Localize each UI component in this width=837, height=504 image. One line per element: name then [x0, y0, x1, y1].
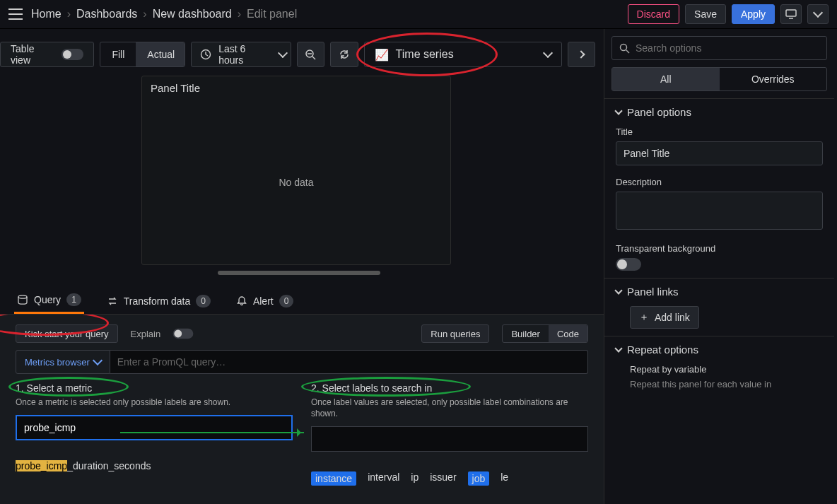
plus-icon	[639, 311, 649, 324]
metric-input[interactable]	[16, 415, 293, 440]
menu-icon[interactable]	[8, 8, 23, 20]
transparent-label: Transparent background	[616, 243, 823, 254]
search-icon	[619, 43, 630, 54]
transparent-toggle[interactable]	[616, 258, 641, 271]
chevron-down-icon	[614, 286, 622, 294]
section-repeat-options[interactable]: Repeat options	[616, 344, 823, 356]
tab-query-badge: 1	[66, 293, 81, 306]
repeat-by-label: Repeat by variable	[630, 364, 823, 375]
label-instance[interactable]: instance	[311, 471, 356, 486]
label-interval[interactable]: interval	[368, 471, 399, 486]
discard-button[interactable]: Discard	[628, 4, 679, 24]
time-range-label: Last 6 hours	[218, 43, 272, 66]
chevron-down-icon[interactable]	[807, 4, 829, 24]
database-icon	[17, 294, 28, 305]
promql-placeholder: Enter a PromQL query…	[117, 356, 226, 368]
promql-input[interactable]: Enter a PromQL query…	[110, 350, 588, 374]
tab-overrides[interactable]: Overrides	[720, 68, 827, 90]
metrics-browser-label: Metrics browser	[25, 357, 90, 368]
run-queries-button[interactable]: Run queries	[421, 324, 489, 343]
labels-list: instance interval ip issuer job le	[311, 471, 588, 486]
kick-start-button[interactable]: Kick start your query	[16, 324, 118, 343]
options-tabs: All Overrides	[611, 67, 827, 91]
title-input[interactable]	[616, 141, 823, 165]
svg-point-7	[621, 44, 627, 50]
crumb-edit-panel: Edit panel	[247, 8, 297, 20]
tab-alert-badge: 0	[279, 295, 294, 307]
expand-panel-icon[interactable]	[568, 42, 595, 67]
description-input[interactable]	[616, 192, 823, 230]
viz-type-label: Time series	[396, 48, 454, 61]
metrics-browser-button[interactable]: Metrics browser	[16, 350, 110, 374]
suggestion-rest: _duration_seconds	[67, 460, 151, 471]
crumb-dashboards[interactable]: Dashboards	[76, 8, 137, 20]
toggle-switch[interactable]	[173, 329, 194, 339]
table-view-label: Table view	[11, 43, 56, 66]
tab-all[interactable]: All	[612, 68, 720, 90]
chevron-down-icon	[614, 344, 622, 352]
fill-actual-group: Fill Actual	[100, 42, 185, 67]
svg-point-6	[18, 295, 27, 298]
step2-title: 2. Select labels to search in	[311, 382, 588, 394]
panel-title: Panel Title	[142, 76, 450, 100]
refresh-icon[interactable]	[330, 42, 358, 67]
step1-desc: Once a metric is selected only possible …	[16, 397, 293, 408]
label-le[interactable]: le	[501, 471, 508, 486]
crumb-home[interactable]: Home	[31, 8, 62, 20]
chevron-down-icon	[542, 48, 552, 58]
viz-type-picker[interactable]: 📈 Time series	[364, 42, 562, 67]
chevron-right-icon: ›	[67, 8, 71, 20]
crumb-new-dashboard[interactable]: New dashboard	[153, 8, 232, 20]
chevron-down-icon	[614, 107, 622, 115]
builder-tab[interactable]: Builder	[503, 325, 548, 342]
add-link-button[interactable]: Add link	[630, 306, 699, 329]
monitor-icon[interactable]	[780, 4, 802, 24]
builder-code-group: Builder Code	[502, 324, 588, 343]
scrollbar[interactable]	[218, 271, 380, 275]
tab-query-label: Query	[34, 294, 61, 305]
label-job[interactable]: job	[468, 471, 490, 486]
chevron-right-icon: ›	[143, 8, 146, 20]
search-options-input[interactable]	[636, 42, 819, 54]
annotation-arrow	[120, 432, 304, 433]
apply-button[interactable]: Apply	[732, 4, 775, 24]
metric-suggestion[interactable]: probe_icmp_duration_seconds	[16, 460, 293, 471]
tab-alert[interactable]: Alert 0	[233, 288, 296, 314]
table-view-toggle[interactable]: Table view	[0, 42, 94, 67]
section-panel-options[interactable]: Panel options	[616, 106, 823, 118]
step1-title: 1. Select a metric	[16, 382, 293, 394]
time-picker[interactable]: Last 6 hours	[191, 42, 291, 67]
code-tab[interactable]: Code	[549, 325, 587, 342]
title-label: Title	[616, 127, 823, 137]
toggle-switch[interactable]	[62, 49, 83, 60]
tab-transform-badge: 0	[196, 295, 211, 307]
label-issuer[interactable]: issuer	[430, 471, 456, 486]
fill-tab[interactable]: Fill	[100, 42, 136, 66]
tab-transform-label: Transform data	[124, 295, 190, 307]
labels-input[interactable]	[311, 426, 588, 452]
transform-icon	[107, 295, 118, 307]
tab-query[interactable]: Query 1	[14, 288, 84, 314]
bell-icon	[236, 295, 247, 307]
label-ip[interactable]: ip	[411, 471, 418, 486]
chart-icon: 📈	[375, 48, 389, 61]
svg-line-4	[312, 57, 315, 59]
search-options[interactable]	[611, 36, 827, 60]
clock-icon	[200, 49, 211, 60]
repeat-help: Repeat this panel for each value in	[630, 379, 823, 389]
actual-tab[interactable]: Actual	[136, 42, 185, 66]
explain-label: Explain	[131, 329, 161, 339]
step2-desc: Once label values are selected, only pos…	[311, 397, 588, 419]
panel-no-data: No data	[142, 100, 450, 264]
tab-alert-label: Alert	[253, 295, 274, 307]
explain-toggle[interactable]: Explain	[131, 328, 195, 339]
section-panel-links[interactable]: Panel links	[616, 286, 823, 298]
panel-preview: Panel Title No data	[141, 76, 451, 265]
description-label: Description	[616, 177, 823, 187]
tab-transform[interactable]: Transform data 0	[104, 288, 213, 314]
zoom-out-icon[interactable]	[297, 42, 324, 67]
save-button[interactable]: Save	[685, 4, 726, 24]
svg-line-8	[626, 50, 629, 53]
suggestion-highlight: probe_icmp	[16, 460, 67, 471]
chevron-right-icon: ›	[238, 8, 241, 20]
